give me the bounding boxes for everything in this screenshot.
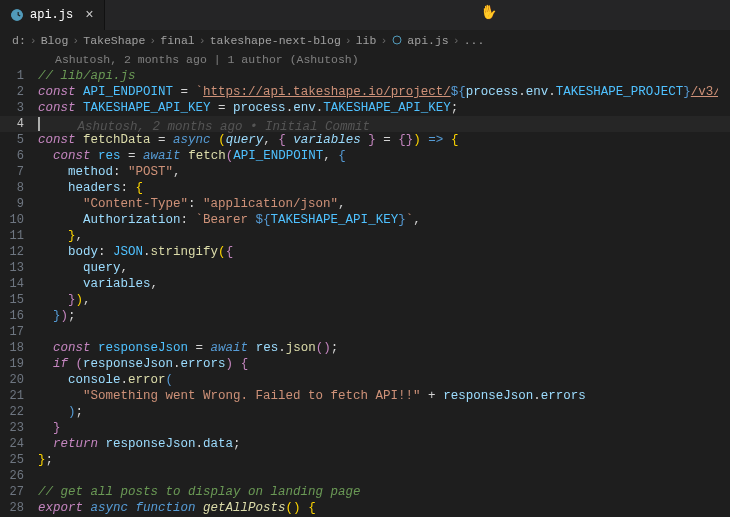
code-line[interactable]: 1// lib/api.js	[0, 68, 730, 84]
code-line[interactable]: 19 if (responseJson.errors) {	[0, 356, 730, 372]
js-file-icon	[391, 34, 403, 46]
code-line[interactable]: 10 Authorization: `Bearer ${TAKESHAPE_AP…	[0, 212, 730, 228]
code-line[interactable]: 11 },	[0, 228, 730, 244]
code-content[interactable]: variables,	[38, 276, 158, 292]
breadcrumb-segment[interactable]: d:	[12, 34, 26, 47]
line-number: 24	[0, 436, 38, 452]
code-content[interactable]: },	[38, 228, 83, 244]
line-number: 7	[0, 164, 38, 180]
svg-point-1	[393, 36, 401, 44]
line-number: 20	[0, 372, 38, 388]
line-number: 1	[0, 68, 38, 84]
code-line[interactable]: 21 "Something went Wrong. Failed to fetc…	[0, 388, 730, 404]
code-content[interactable]: console.error(	[38, 372, 173, 388]
line-number: 28	[0, 500, 38, 516]
code-content[interactable]: const res = await fetch(API_ENDPOINT, {	[38, 148, 346, 164]
code-content[interactable]: body: JSON.stringify({	[38, 244, 233, 260]
chevron-right-icon: ›	[380, 34, 387, 47]
code-content[interactable]: Authorization: `Bearer ${TAKESHAPE_API_K…	[38, 212, 421, 228]
code-line[interactable]: 27// get all posts to display on landing…	[0, 484, 730, 500]
line-number: 12	[0, 244, 38, 260]
code-line[interactable]: 3const TAKESHAPE_API_KEY = process.env.T…	[0, 100, 730, 116]
code-line[interactable]: 20 console.error(	[0, 372, 730, 388]
code-content[interactable]: // get all posts to display on landing p…	[38, 484, 361, 500]
code-editor[interactable]: 1// lib/api.js2const API_ENDPOINT = `htt…	[0, 68, 730, 517]
breadcrumb-segment[interactable]: ...	[464, 34, 485, 47]
code-content[interactable]: };	[38, 452, 53, 468]
code-line[interactable]: 22 );	[0, 404, 730, 420]
code-line[interactable]: 17	[0, 324, 730, 340]
breadcrumb-segment[interactable]: takeshape-next-blog	[210, 34, 341, 47]
line-number: 16	[0, 308, 38, 324]
breadcrumb-segment[interactable]: lib	[356, 34, 377, 47]
line-number: 6	[0, 148, 38, 164]
code-content[interactable]: const TAKESHAPE_API_KEY = process.env.TA…	[38, 100, 458, 116]
code-line[interactable]: 26	[0, 468, 730, 484]
line-number: 19	[0, 356, 38, 372]
code-line[interactable]: 6 const res = await fetch(API_ENDPOINT, …	[0, 148, 730, 164]
breadcrumb-segment[interactable]: TakeShape	[83, 34, 145, 47]
breadcrumb-segment[interactable]: Blog	[41, 34, 69, 47]
code-line[interactable]: 2const API_ENDPOINT = `https://api.takes…	[0, 84, 730, 100]
tab-api-js[interactable]: api.js ×	[0, 0, 105, 30]
code-content[interactable]: const API_ENDPOINT = `https://api.takesh…	[38, 84, 718, 100]
code-content[interactable]: query,	[38, 260, 128, 276]
code-line[interactable]: 25};	[0, 452, 730, 468]
code-line[interactable]: 14 variables,	[0, 276, 730, 292]
code-line[interactable]: 16 });	[0, 308, 730, 324]
line-number: 25	[0, 452, 38, 468]
code-content[interactable]: const responseJson = await res.json();	[38, 340, 338, 356]
line-number: 23	[0, 420, 38, 436]
code-line[interactable]: 8 headers: {	[0, 180, 730, 196]
code-content[interactable]: // lib/api.js	[38, 68, 136, 84]
code-line[interactable]: 12 body: JSON.stringify({	[0, 244, 730, 260]
line-number: 3	[0, 100, 38, 116]
code-content[interactable]: );	[38, 404, 83, 420]
grab-cursor-icon: ✋	[479, 3, 499, 23]
line-number: 14	[0, 276, 38, 292]
line-number: 4	[0, 116, 38, 132]
code-content[interactable]: "Content-Type": "application/json",	[38, 196, 346, 212]
code-line[interactable]: 9 "Content-Type": "application/json",	[0, 196, 730, 212]
code-content[interactable]: const fetchData = async (query, { variab…	[38, 132, 458, 148]
code-content[interactable]: return responseJson.data;	[38, 436, 241, 452]
chevron-right-icon: ›	[30, 34, 37, 47]
code-line[interactable]: 28export async function getAllPosts() {	[0, 500, 730, 516]
chevron-right-icon: ›	[149, 34, 156, 47]
js-file-icon	[10, 8, 24, 22]
chevron-right-icon: ›	[453, 34, 460, 47]
code-line[interactable]: 24 return responseJson.data;	[0, 436, 730, 452]
code-content[interactable]: });	[38, 308, 76, 324]
line-number: 21	[0, 388, 38, 404]
line-number: 27	[0, 484, 38, 500]
code-content[interactable]: headers: {	[38, 180, 143, 196]
chevron-right-icon: ›	[345, 34, 352, 47]
code-content[interactable]: method: "POST",	[38, 164, 181, 180]
code-content[interactable]: "Something went Wrong. Failed to fetch A…	[38, 388, 586, 404]
tab-title: api.js	[30, 8, 73, 22]
code-content[interactable]: if (responseJson.errors) {	[38, 356, 248, 372]
code-line[interactable]: 4 Ashutosh, 2 months ago • Initial Commi…	[0, 116, 730, 132]
line-number: 17	[0, 324, 38, 340]
line-number: 9	[0, 196, 38, 212]
code-line[interactable]: 13 query,	[0, 260, 730, 276]
breadcrumb[interactable]: d: › Blog › TakeShape › final › takeshap…	[0, 30, 730, 50]
code-content[interactable]: }),	[38, 292, 91, 308]
line-number: 18	[0, 340, 38, 356]
code-line[interactable]: 7 method: "POST",	[0, 164, 730, 180]
line-number: 13	[0, 260, 38, 276]
breadcrumb-segment[interactable]: final	[160, 34, 195, 47]
code-line[interactable]: 18 const responseJson = await res.json()…	[0, 340, 730, 356]
line-number: 22	[0, 404, 38, 420]
code-line[interactable]: 15 }),	[0, 292, 730, 308]
code-content[interactable]: }	[38, 420, 61, 436]
code-content[interactable]: export async function getAllPosts() {	[38, 500, 316, 516]
line-number: 15	[0, 292, 38, 308]
close-icon[interactable]: ×	[85, 7, 93, 23]
line-number: 11	[0, 228, 38, 244]
chevron-right-icon: ›	[199, 34, 206, 47]
code-line[interactable]: 23 }	[0, 420, 730, 436]
chevron-right-icon: ›	[72, 34, 79, 47]
code-line[interactable]: 5const fetchData = async (query, { varia…	[0, 132, 730, 148]
breadcrumb-segment[interactable]: api.js	[407, 34, 448, 47]
